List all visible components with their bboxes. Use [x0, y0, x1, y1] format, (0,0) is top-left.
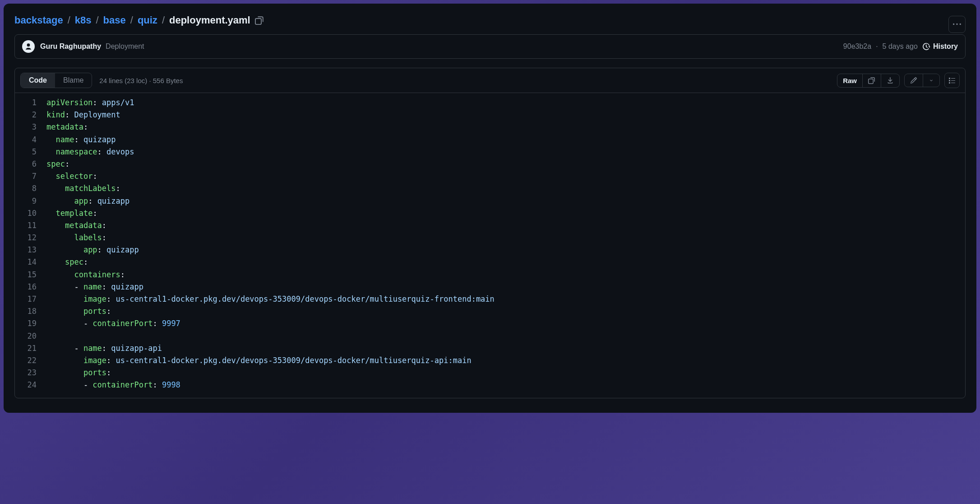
code-body: 123456789101112131415161718192021222324 …: [15, 93, 965, 398]
code-content[interactable]: apiVersion: apps/v1kind: Deploymentmetad…: [46, 97, 965, 392]
tab-code[interactable]: Code: [21, 73, 55, 88]
history-button[interactable]: History: [922, 42, 958, 51]
author-name[interactable]: Guru Raghupathy: [40, 42, 101, 51]
latest-commit-bar: Guru Raghupathy Deployment 90e3b2a · 5 d…: [14, 34, 966, 59]
raw-group: Raw: [837, 74, 900, 88]
breadcrumb-link[interactable]: base: [103, 14, 126, 26]
commit-message[interactable]: Deployment: [106, 42, 144, 51]
breadcrumb-current: deployment.yaml: [169, 14, 250, 26]
line-number-gutter: 123456789101112131415161718192021222324: [15, 97, 46, 392]
breadcrumb-link[interactable]: quiz: [138, 14, 157, 26]
svg-point-0: [27, 43, 30, 47]
toolbar-right: Raw: [837, 73, 960, 88]
copy-raw-icon[interactable]: [862, 74, 881, 87]
more-menu-button[interactable]: [948, 16, 966, 33]
breadcrumb-row: backstage / k8s / base / quiz / deployme…: [14, 14, 966, 34]
symbols-icon[interactable]: [944, 73, 960, 88]
download-icon[interactable]: [881, 74, 899, 87]
breadcrumb-link[interactable]: backstage: [14, 14, 63, 26]
file-meta: 24 lines (23 loc) · 556 Bytes: [99, 77, 183, 84]
commit-meta: 90e3b2a · 5 days ago History: [843, 42, 958, 51]
breadcrumb-sep: /: [162, 14, 165, 26]
file-panel: backstage / k8s / base / quiz / deployme…: [4, 4, 976, 413]
breadcrumb-link[interactable]: k8s: [75, 14, 92, 26]
commit-sha[interactable]: 90e3b2a: [843, 42, 871, 51]
tab-blame[interactable]: Blame: [55, 73, 92, 88]
commit-time: 5 days ago: [883, 42, 918, 51]
breadcrumb: backstage / k8s / base / quiz / deployme…: [14, 14, 948, 26]
dot-sep: ·: [876, 42, 878, 51]
history-icon: [922, 42, 930, 51]
history-label: History: [933, 42, 958, 51]
breadcrumb-sep: /: [96, 14, 98, 26]
code-panel: Code Blame 24 lines (23 loc) · 556 Bytes…: [14, 68, 966, 398]
raw-button[interactable]: Raw: [837, 74, 862, 87]
avatar: [22, 40, 35, 53]
copy-path-icon[interactable]: [255, 16, 264, 25]
code-toolbar: Code Blame 24 lines (23 loc) · 556 Bytes…: [15, 68, 965, 93]
breadcrumb-sep: /: [68, 14, 70, 26]
view-mode-segmented: Code Blame: [20, 73, 92, 88]
edit-dropdown-icon[interactable]: [923, 74, 939, 87]
edit-icon[interactable]: [905, 74, 923, 87]
edit-group: [904, 74, 940, 87]
breadcrumb-sep: /: [130, 14, 133, 26]
